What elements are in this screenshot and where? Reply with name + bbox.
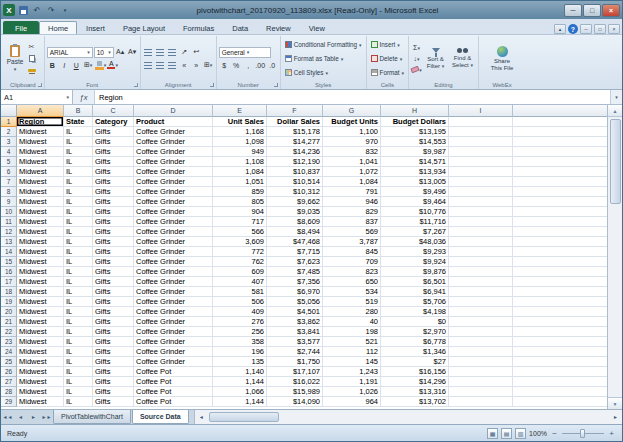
cell-C2[interactable]: Gifts — [93, 127, 134, 137]
cell-F4[interactable]: $14,236 — [267, 147, 323, 157]
cell-H1[interactable]: Budget Dollars — [381, 117, 449, 127]
cell-A9[interactable]: Midwest — [17, 197, 64, 207]
cell-I21[interactable] — [449, 317, 513, 327]
cell-A15[interactable]: Midwest — [17, 257, 64, 267]
cell-I20[interactable] — [449, 307, 513, 317]
cell-styles-button[interactable]: Cell Styles▾ — [283, 66, 364, 79]
cell-E23[interactable]: 358 — [213, 337, 267, 347]
cell-D29[interactable]: Coffee Pot — [134, 397, 213, 407]
cell-I17[interactable] — [449, 277, 513, 287]
cell-C24[interactable]: Gifts — [93, 347, 134, 357]
cell-A21[interactable]: Midwest — [17, 317, 64, 327]
cell-C12[interactable]: Gifts — [93, 227, 134, 237]
cell-E1[interactable]: Unit Sales — [213, 117, 267, 127]
sheet-tab-pivottablewithchart[interactable]: PivotTablewithChart — [53, 410, 131, 424]
cell-H9[interactable]: $9,464 — [381, 197, 449, 207]
scroll-down-icon[interactable]: ▼ — [608, 397, 622, 409]
cell-H8[interactable]: $9,496 — [381, 187, 449, 197]
ribbon-tab-insert[interactable]: Insert — [77, 21, 114, 34]
accounting-format-icon[interactable]: $ — [219, 60, 230, 71]
cell-I4[interactable] — [449, 147, 513, 157]
cell-H24[interactable]: $1,346 — [381, 347, 449, 357]
cell-F24[interactable]: $2,744 — [267, 347, 323, 357]
cell-D11[interactable]: Coffee Grinder — [134, 217, 213, 227]
font-color-icon[interactable]: A▾ — [107, 60, 118, 71]
cell-I7[interactable] — [449, 177, 513, 187]
cell-A6[interactable]: Midwest — [17, 167, 64, 177]
cell-G26[interactable]: 1,243 — [323, 367, 381, 377]
cell-D13[interactable]: Coffee Grinder — [134, 237, 213, 247]
paste-button[interactable]: Paste ▾ — [4, 37, 26, 80]
cell-F8[interactable]: $10,312 — [267, 187, 323, 197]
save-icon[interactable] — [17, 4, 29, 16]
row-header-10[interactable]: 10 — [1, 207, 17, 217]
row-header-25[interactable]: 25 — [1, 357, 17, 367]
format-as-table-button[interactable]: Format as Table▾ — [283, 52, 364, 65]
cell-E15[interactable]: 762 — [213, 257, 267, 267]
find-select-button[interactable]: Find & Select ▾ — [449, 37, 476, 80]
cell-F16[interactable]: $7,485 — [267, 267, 323, 277]
page-break-view-icon[interactable]: ▥ — [515, 428, 526, 439]
cell-H26[interactable]: $16,156 — [381, 367, 449, 377]
cell-H11[interactable]: $11,716 — [381, 217, 449, 227]
cell-I16[interactable] — [449, 267, 513, 277]
font-name-select[interactable]: ARIAL▾ — [47, 47, 93, 58]
cell-F17[interactable]: $7,356 — [267, 277, 323, 287]
cell-E24[interactable]: 196 — [213, 347, 267, 357]
row-header-18[interactable]: 18 — [1, 287, 17, 297]
cell-E13[interactable]: 3,609 — [213, 237, 267, 247]
cell-C16[interactable]: Gifts — [93, 267, 134, 277]
column-header-B[interactable]: B — [64, 105, 93, 117]
cell-E8[interactable]: 859 — [213, 187, 267, 197]
redo-icon[interactable]: ↷ — [45, 4, 57, 16]
cell-I18[interactable] — [449, 287, 513, 297]
cell-D20[interactable]: Coffee Grinder — [134, 307, 213, 317]
cell-C3[interactable]: Gifts — [93, 137, 134, 147]
comma-style-icon[interactable]: , — [243, 60, 254, 71]
fill-icon[interactable]: ↓▾ — [411, 54, 422, 64]
fill-color-icon[interactable]: ▾ — [95, 60, 107, 71]
cell-B7[interactable]: IL — [64, 177, 93, 187]
cell-H21[interactable]: $0 — [381, 317, 449, 327]
cell-I5[interactable] — [449, 157, 513, 167]
cell-I3[interactable] — [449, 137, 513, 147]
number-format-select[interactable]: General▾ — [219, 47, 271, 58]
cell-D2[interactable]: Coffee Grinder — [134, 127, 213, 137]
cell-B12[interactable]: IL — [64, 227, 93, 237]
cell-E10[interactable]: 904 — [213, 207, 267, 217]
next-sheet-icon[interactable]: ► — [27, 410, 40, 424]
cell-B3[interactable]: IL — [64, 137, 93, 147]
scroll-right-icon[interactable]: ► — [609, 410, 622, 424]
cell-D18[interactable]: Coffee Grinder — [134, 287, 213, 297]
cell-E18[interactable]: 581 — [213, 287, 267, 297]
cell-G15[interactable]: 709 — [323, 257, 381, 267]
cell-H16[interactable]: $9,876 — [381, 267, 449, 277]
cell-C19[interactable]: Gifts — [93, 297, 134, 307]
cell-G8[interactable]: 791 — [323, 187, 381, 197]
cell-D27[interactable]: Coffee Pot — [134, 377, 213, 387]
cell-E5[interactable]: 1,108 — [213, 157, 267, 167]
align-center-icon[interactable] — [155, 60, 166, 71]
cell-H27[interactable]: $14,296 — [381, 377, 449, 387]
cell-B24[interactable]: IL — [64, 347, 93, 357]
cell-C20[interactable]: Gifts — [93, 307, 134, 317]
cell-H14[interactable]: $9,293 — [381, 247, 449, 257]
cell-H29[interactable]: $13,702 — [381, 397, 449, 407]
cell-A22[interactable]: Midwest — [17, 327, 64, 337]
cell-B23[interactable]: IL — [64, 337, 93, 347]
cell-F1[interactable]: Dollar Sales — [267, 117, 323, 127]
cell-D8[interactable]: Coffee Grinder — [134, 187, 213, 197]
cell-G20[interactable]: 280 — [323, 307, 381, 317]
cell-D1[interactable]: Product — [134, 117, 213, 127]
cell-H12[interactable]: $7,267 — [381, 227, 449, 237]
cell-F14[interactable]: $7,715 — [267, 247, 323, 257]
row-header-26[interactable]: 26 — [1, 367, 17, 377]
cell-D9[interactable]: Coffee Grinder — [134, 197, 213, 207]
cell-B16[interactable]: IL — [64, 267, 93, 277]
cell-I8[interactable] — [449, 187, 513, 197]
cell-H15[interactable]: $9,924 — [381, 257, 449, 267]
cell-F11[interactable]: $8,609 — [267, 217, 323, 227]
cell-C10[interactable]: Gifts — [93, 207, 134, 217]
cell-I29[interactable] — [449, 397, 513, 407]
cell-G6[interactable]: 1,072 — [323, 167, 381, 177]
